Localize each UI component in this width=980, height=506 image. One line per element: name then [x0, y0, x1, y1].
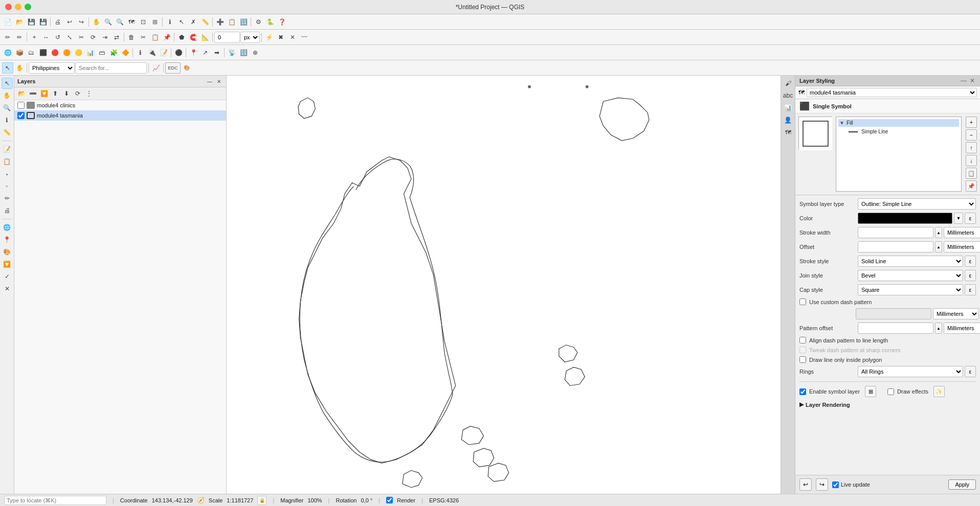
layer-checkbox-clinics[interactable]	[17, 102, 25, 109]
measure-button[interactable]: 📏	[199, 16, 211, 28]
plugin-btn-1[interactable]: 🌐	[2, 47, 13, 58]
cross-tool[interactable]: ✕	[2, 283, 13, 294]
coord-btn[interactable]: 📍	[188, 47, 199, 58]
dash-pattern-input[interactable]	[856, 308, 931, 319]
pattern-offset-input[interactable]: 0,000000	[858, 323, 933, 334]
toggle-edit-button[interactable]: ✏	[14, 32, 25, 43]
panel-close-btn[interactable]: ✕	[969, 77, 976, 84]
stroke-width-input[interactable]: 0,260000	[858, 227, 933, 238]
edit-tool[interactable]: ✏	[2, 193, 13, 204]
maximize-button[interactable]	[25, 4, 31, 10]
style-tool[interactable]: 🎨	[2, 246, 13, 258]
move-up-btn[interactable]: ⬆	[50, 88, 60, 99]
identify-button[interactable]: ℹ	[164, 16, 175, 28]
zoom-layer-button[interactable]: ⊡	[138, 16, 149, 28]
locate-tool[interactable]: 📍	[2, 234, 13, 245]
symbol-tree-simple-line[interactable]: Simple Line	[838, 128, 959, 135]
geo-tool[interactable]: 🌐	[2, 222, 13, 233]
split-button[interactable]: ✂	[76, 32, 87, 43]
save-as-button[interactable]: 💾	[37, 16, 49, 28]
symbol-type-select[interactable]: Outline: Simple Line	[858, 198, 976, 210]
move-down-btn[interactable]: ⬇	[61, 88, 72, 99]
plugin-btn-4[interactable]: ⬛	[37, 47, 49, 58]
plugin-btn-2[interactable]: 📦	[14, 47, 25, 58]
stroke-width-spinner-up[interactable]: ▲	[935, 227, 942, 238]
layers-close-btn[interactable]: ✕	[215, 77, 223, 85]
panel-minimize-btn[interactable]: —	[960, 77, 967, 84]
open-project-button[interactable]: 📂	[14, 16, 25, 28]
python-button[interactable]: 🐍	[264, 16, 276, 28]
color-dropdown-btn[interactable]: ▼	[954, 213, 963, 224]
field-calculator-button[interactable]: 🔢	[238, 16, 249, 28]
dash-pattern-unit-select[interactable]: Millimeters	[933, 308, 979, 319]
symbol-tree-fill[interactable]: ▼ Fill	[838, 119, 959, 127]
offset-spinner[interactable]: ▲	[935, 241, 942, 252]
plugin-btn-8[interactable]: 📊	[84, 47, 96, 58]
identify-tool[interactable]: ℹ	[2, 114, 13, 126]
ext-btn-3[interactable]: ⊕	[250, 47, 261, 58]
plugin-manager-btn[interactable]: 🔌	[146, 47, 158, 58]
refresh-btn[interactable]: ⟳	[73, 88, 83, 99]
scale-button[interactable]: ⤡	[64, 32, 75, 43]
offset-button[interactable]: ⇥	[99, 32, 110, 43]
forward-history-btn[interactable]: ↪	[816, 478, 828, 491]
join-style-expr-btn[interactable]: ε	[965, 270, 976, 281]
rings-expr-btn[interactable]: ε	[965, 366, 976, 377]
enable-symbol-config-btn[interactable]: ⊞	[865, 386, 876, 397]
move-feature-button[interactable]: ↔	[40, 32, 52, 43]
layer-checkbox-tasmania[interactable]	[17, 112, 25, 119]
pan-map-btn[interactable]: ✋	[14, 62, 25, 74]
open-layer-btn[interactable]: 📂	[16, 88, 27, 99]
stroke-width-unit-select[interactable]: Millimeters	[944, 227, 980, 238]
scale-lock-btn[interactable]: 🔒	[257, 496, 266, 505]
locate-input[interactable]	[4, 496, 106, 505]
offset-input[interactable]: 0,000000	[858, 241, 933, 252]
reshape-button[interactable]: ⟳	[87, 32, 99, 43]
join-style-select[interactable]: Bevel	[858, 270, 963, 281]
ext-btn-2[interactable]: 🔢	[238, 47, 249, 58]
pan-button[interactable]: ✋	[91, 16, 102, 28]
align-dash-checkbox[interactable]	[799, 337, 806, 343]
mask-tab[interactable]: 👤	[783, 114, 794, 126]
node-tool[interactable]: ◦	[2, 180, 13, 192]
intersect-button[interactable]: ✕	[287, 32, 298, 43]
trace-button[interactable]: 〰	[299, 32, 310, 43]
measure-tool[interactable]: 📏	[2, 127, 13, 138]
edc-btn[interactable]: EDC	[165, 62, 181, 74]
enable-symbol-checkbox[interactable]	[799, 388, 806, 395]
plugin-btn-6[interactable]: 🟠	[61, 47, 72, 58]
move-up-symbol-btn[interactable]: ↑	[966, 142, 977, 153]
back-history-btn[interactable]: ↩	[799, 478, 812, 491]
deselect-button[interactable]: ✗	[188, 16, 199, 28]
select-button[interactable]: ↖	[176, 16, 187, 28]
add-symbol-layer-btn[interactable]: +	[966, 117, 977, 128]
new-project-button[interactable]: 📄	[2, 16, 13, 28]
color-picker-box[interactable]	[858, 213, 952, 224]
add-feature-button[interactable]: +	[29, 32, 40, 43]
stroke-style-select[interactable]: Solid Line	[858, 256, 963, 267]
apply-button[interactable]: Apply	[948, 479, 976, 490]
select-features-tool[interactable]: ↖	[2, 78, 13, 89]
paint-tab[interactable]: 🖌	[783, 78, 794, 89]
layer-select-dropdown[interactable]: module4 tasmania	[807, 88, 977, 97]
cut-features-button[interactable]: ✂	[138, 32, 149, 43]
plugin-btn-9[interactable]: 🗃	[96, 47, 107, 58]
render-checkbox[interactable]	[386, 497, 393, 503]
add-layer-button[interactable]: ➕	[214, 16, 226, 28]
tweak-dash-checkbox[interactable]	[799, 347, 806, 353]
diagram-tab[interactable]: 📊	[783, 102, 794, 113]
draw-inside-checkbox[interactable]	[799, 356, 806, 363]
filter-tool[interactable]: 🔽	[2, 259, 13, 270]
rotate-button[interactable]: ↺	[52, 32, 63, 43]
live-update-checkbox[interactable]	[832, 481, 839, 488]
check-tool[interactable]: ✓	[2, 271, 13, 282]
processing-button[interactable]: ⚙	[253, 16, 264, 28]
copy-symbol-btn[interactable]: 📋	[966, 168, 977, 179]
zoom-out-button[interactable]: 🔍	[114, 16, 125, 28]
edit-button[interactable]: ✏	[2, 32, 13, 43]
zoom-tool[interactable]: 🔍	[2, 102, 13, 113]
save-button[interactable]: 💾	[26, 16, 37, 28]
color-expression-btn[interactable]: ε	[965, 213, 976, 224]
region-select[interactable]: Philippines	[29, 62, 75, 74]
layer-item-clinics[interactable]: module4 clinics	[14, 100, 226, 110]
